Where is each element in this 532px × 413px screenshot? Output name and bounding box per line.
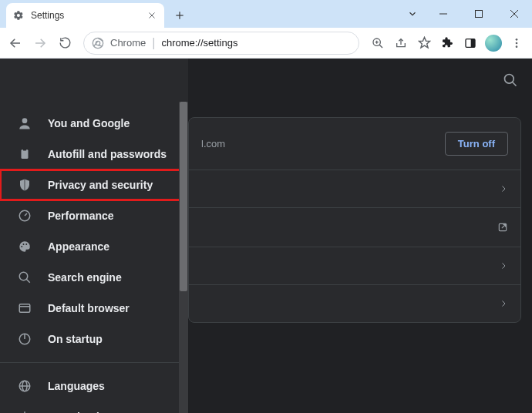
sidebar-item-label: Autofill and passwords <box>48 148 167 160</box>
svg-line-39 <box>26 279 30 283</box>
chevron-right-icon <box>499 261 508 270</box>
svg-point-23 <box>516 39 518 41</box>
account-email-suffix: l.com <box>201 138 225 149</box>
sidebar-item-autofill[interactable]: Autofill and passwords <box>0 139 188 170</box>
person-icon <box>17 116 32 131</box>
sidebar-item-languages[interactable]: Languages <box>0 371 188 401</box>
svg-point-10 <box>93 38 103 48</box>
share-icon[interactable] <box>390 32 412 54</box>
sidebar-item-label: Search engine <box>48 271 122 284</box>
settings-row[interactable] <box>189 285 520 322</box>
speedometer-icon <box>17 208 32 223</box>
svg-line-34 <box>25 213 27 216</box>
search-icon <box>17 270 32 285</box>
palette-icon <box>17 239 32 254</box>
svg-rect-5 <box>476 11 483 18</box>
sidebar-item-you-and-google[interactable]: You and Google <box>0 108 188 139</box>
open-external-icon <box>497 222 508 233</box>
settings-content: Settings You and Google Autofill and pas… <box>0 59 532 413</box>
svg-point-36 <box>23 243 25 245</box>
svg-line-14 <box>98 45 102 45</box>
sidebar-item-downloads[interactable]: Downloads <box>0 401 188 413</box>
profile-avatar[interactable] <box>483 32 504 54</box>
browser-window-icon <box>17 301 32 316</box>
settings-sidebar: You and Google Autofill and passwords Pr… <box>0 59 188 413</box>
svg-rect-22 <box>471 39 475 47</box>
scrollbar-thumb[interactable] <box>180 102 187 291</box>
address-bar[interactable]: Chrome | chrome://settings <box>83 32 359 55</box>
account-row: l.com Turn off <box>189 118 520 170</box>
chevron-right-icon <box>499 299 508 308</box>
svg-point-38 <box>19 272 28 280</box>
window-controls <box>399 0 532 28</box>
tab-close-icon[interactable] <box>146 9 158 22</box>
svg-point-35 <box>21 246 22 247</box>
sidebar-item-performance[interactable]: Performance <box>0 200 188 231</box>
omnibox-origin: Chrome <box>110 37 146 49</box>
omnibox-separator: | <box>152 36 155 50</box>
bookmark-star-icon[interactable] <box>413 32 435 54</box>
browser-tab[interactable]: Settings <box>6 3 164 28</box>
clipboard-icon <box>17 146 32 162</box>
window-titlebar: Settings <box>0 0 532 28</box>
turn-off-button[interactable]: Turn off <box>445 132 508 156</box>
sidebar-item-label: Privacy and security <box>48 179 153 191</box>
svg-point-25 <box>516 45 518 48</box>
svg-line-16 <box>379 45 382 48</box>
sidebar-item-appearance[interactable]: Appearance <box>0 231 188 262</box>
zoom-icon[interactable] <box>367 32 389 54</box>
sidebar-item-default-browser[interactable]: Default browser <box>0 293 188 324</box>
tab-search-icon[interactable] <box>399 0 426 28</box>
sidebar-item-label: You and Google <box>48 117 130 129</box>
menu-dots-icon[interactable] <box>506 32 527 54</box>
settings-main-pane: l.com Turn off <box>188 59 532 413</box>
settings-row[interactable] <box>189 247 520 285</box>
svg-marker-20 <box>419 37 429 47</box>
settings-card: l.com Turn off <box>188 117 521 323</box>
sidebar-item-label: Default browser <box>48 302 130 314</box>
chrome-icon <box>92 37 104 49</box>
extensions-icon[interactable] <box>436 32 458 54</box>
settings-row[interactable] <box>189 170 520 208</box>
sidebar-item-search-engine[interactable]: Search engine <box>0 262 188 293</box>
globe-icon <box>17 378 32 394</box>
tab-title: Settings <box>31 10 140 21</box>
back-button[interactable] <box>5 32 26 54</box>
browser-toolbar: Chrome | chrome://settings <box>0 28 532 59</box>
sidebar-divider <box>0 362 188 363</box>
svg-point-24 <box>516 42 518 44</box>
sidebar-item-label: Performance <box>48 210 114 222</box>
sidebar-item-on-startup[interactable]: On startup <box>0 324 188 354</box>
svg-rect-32 <box>23 149 27 151</box>
svg-point-30 <box>22 118 28 123</box>
sidebar-item-label: Languages <box>48 380 105 392</box>
omnibox-path: chrome://settings <box>161 37 237 49</box>
chevron-right-icon <box>499 184 508 193</box>
window-minimize-button[interactable] <box>426 0 461 28</box>
sidebar-item-label: On startup <box>48 333 103 345</box>
svg-point-37 <box>25 243 27 245</box>
settings-gear-icon <box>12 9 25 22</box>
settings-row-external[interactable] <box>189 208 520 247</box>
forward-button[interactable] <box>29 32 51 54</box>
reload-button[interactable] <box>54 32 76 54</box>
download-icon <box>17 409 32 413</box>
window-close-button[interactable] <box>497 0 532 28</box>
shield-icon <box>17 177 32 193</box>
sidebar-item-label: Appearance <box>48 240 109 253</box>
window-maximize-button[interactable] <box>461 0 497 28</box>
side-panel-icon[interactable] <box>460 32 481 54</box>
power-icon <box>17 331 32 347</box>
svg-rect-40 <box>19 304 30 313</box>
new-tab-button[interactable] <box>169 5 190 26</box>
sidebar-item-privacy-security[interactable]: Privacy and security <box>0 170 188 200</box>
svg-rect-31 <box>22 149 29 159</box>
